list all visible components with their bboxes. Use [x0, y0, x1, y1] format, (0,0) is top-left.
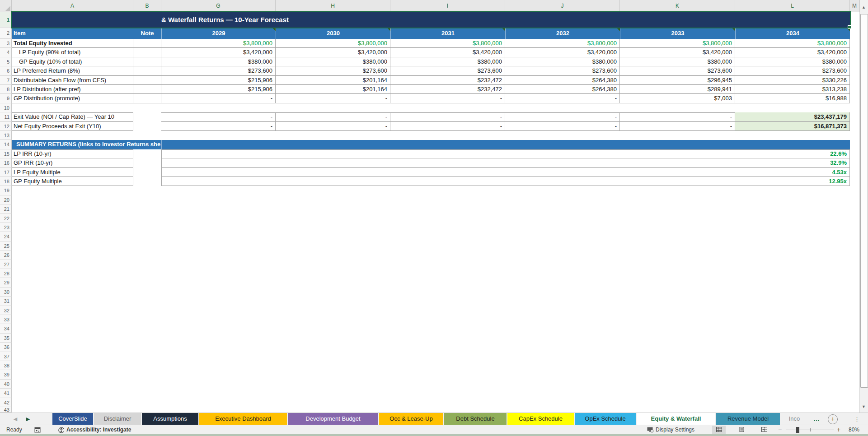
row-header-13[interactable]: 13 — [0, 131, 12, 140]
cell-G7[interactable]: $215,906 — [161, 76, 276, 85]
cell-G8[interactable]: $215,906 — [161, 85, 276, 94]
cell-A8[interactable]: LP Distribution (after pref) — [12, 85, 133, 94]
zoom-slider-thumb[interactable] — [796, 427, 799, 433]
cell-L15[interactable]: 22.6% — [161, 149, 850, 158]
cell-I11[interactable]: - — [390, 112, 505, 121]
row-header-41[interactable]: 41 — [0, 389, 12, 398]
row-header-42[interactable]: 42 — [0, 398, 12, 407]
cell-J5[interactable]: $380,000 — [505, 57, 620, 66]
row-header-26[interactable]: 26 — [0, 250, 12, 260]
row-header-10[interactable]: 10 — [0, 103, 12, 112]
sheet-tab-disclaimer[interactable]: Disclaimer — [94, 413, 141, 425]
cell-A5[interactable]: GP Equity (10% of total) — [12, 57, 133, 66]
cell-K12[interactable]: - — [620, 122, 735, 131]
new-sheet-button[interactable]: + — [828, 414, 838, 424]
cell-A12[interactable]: Net Equity Proceeds at Exit (Y10) — [12, 122, 133, 131]
cell-K3[interactable]: $3,800,000 — [620, 39, 735, 48]
row-header-21[interactable]: 21 — [0, 204, 12, 213]
cell-G5[interactable]: $380,000 — [161, 57, 276, 66]
row-header-27[interactable]: 27 — [0, 260, 12, 269]
cell-H8[interactable]: $201,164 — [276, 85, 390, 94]
cell-L6[interactable]: $273,600 — [735, 66, 850, 75]
sheet-tab-debt-schedule[interactable]: Debt Schedule — [444, 413, 507, 425]
column-header-L[interactable]: L — [735, 0, 850, 12]
header-year-2030[interactable]: 2030 — [276, 28, 390, 39]
cell-J8[interactable]: $264,380 — [505, 85, 620, 94]
row-header-22[interactable]: 22 — [0, 214, 12, 223]
cell-H5[interactable]: $380,000 — [276, 57, 390, 66]
cell-I5[interactable]: $380,000 — [390, 57, 505, 66]
column-header-A[interactable]: A — [12, 0, 133, 12]
cell-I9[interactable]: - — [390, 94, 505, 103]
cell-B8[interactable] — [133, 85, 161, 94]
sheet-tab-opex-schedule[interactable]: OpEx Schedule — [575, 413, 636, 425]
cell-K8[interactable]: $289,941 — [620, 85, 735, 94]
column-header-I[interactable]: I — [390, 0, 505, 12]
sheet-tab-inco[interactable]: Inco — [781, 413, 808, 425]
cell-H11[interactable]: - — [276, 112, 390, 121]
sheet-options-icon[interactable]: ⋮ — [854, 413, 860, 425]
cell-A3[interactable]: Total Equity Invested — [12, 39, 133, 48]
row-header-12[interactable]: 12 — [0, 122, 12, 131]
select-all-button[interactable] — [0, 0, 12, 12]
cell-H4[interactable]: $3,420,000 — [276, 48, 390, 57]
header-year-2032[interactable]: 2032 — [505, 28, 620, 39]
cell-L12[interactable]: $16,871,373 — [735, 122, 850, 131]
row-header-38[interactable]: 38 — [0, 361, 12, 370]
column-header-J[interactable]: J — [505, 0, 620, 12]
sheet-tab-executive-dashboard[interactable]: Executive Dashboard — [199, 413, 287, 425]
row-header-1[interactable]: 1 — [0, 12, 12, 28]
zoom-in-button[interactable]: + — [837, 425, 840, 434]
row-header-16[interactable]: 16 — [0, 158, 12, 167]
sheet-tab-equity-waterfall[interactable]: Equity & Waterfall — [637, 413, 715, 426]
row-header-4[interactable]: 4 — [0, 48, 12, 57]
zoom-level[interactable]: 80% — [849, 425, 859, 434]
row-header-8[interactable]: 8 — [0, 85, 12, 94]
header-year-2034[interactable]: 2034 — [735, 28, 850, 39]
row-header-30[interactable]: 30 — [0, 288, 12, 297]
row-header-35[interactable]: 35 — [0, 334, 12, 343]
row-header-28[interactable]: 28 — [0, 269, 12, 278]
cell-B5[interactable] — [133, 57, 161, 66]
cell-A15[interactable]: LP IRR (10-yr) — [12, 149, 133, 158]
cell-K5[interactable]: $380,000 — [620, 57, 735, 66]
row-header-37[interactable]: 37 — [0, 352, 12, 361]
cell-I6[interactable]: $273,600 — [390, 66, 505, 75]
cell-L7[interactable]: $330,226 — [735, 76, 850, 85]
cell-J7[interactable]: $264,380 — [505, 76, 620, 85]
tab-overflow-ellipsis[interactable]: … — [813, 413, 820, 425]
cell-A6[interactable]: LP Preferred Return (8%) — [12, 66, 133, 75]
cell-A9[interactable]: GP Distribution (promote) — [12, 94, 133, 103]
cell-K4[interactable]: $3,420,000 — [620, 48, 735, 57]
column-header-K[interactable]: K — [620, 0, 735, 12]
column-header-M[interactable]: M — [850, 0, 859, 12]
cell-A18[interactable]: GP Equity Multiple — [12, 177, 133, 186]
row-header-2[interactable]: 2 — [0, 28, 12, 39]
header-year-2029[interactable]: 2029 — [161, 28, 276, 39]
cell-K9[interactable]: $7,003 — [620, 94, 735, 103]
row-header-32[interactable]: 32 — [0, 306, 12, 315]
row-header-11[interactable]: 11 — [0, 112, 12, 121]
cell-L3[interactable]: $3,800,000 — [735, 39, 850, 48]
header-year-2033[interactable]: 2033 — [620, 28, 735, 39]
row-header-24[interactable]: 24 — [0, 232, 12, 241]
row-header-25[interactable]: 25 — [0, 241, 12, 250]
tab-scroll-right-icon[interactable]: ▶ — [23, 413, 33, 425]
normal-view-button[interactable] — [712, 426, 726, 434]
scroll-up-icon[interactable]: ▲ — [860, 1, 868, 13]
cell-G11[interactable]: - — [161, 112, 276, 121]
column-header-G[interactable]: G — [161, 0, 276, 12]
row-header-33[interactable]: 33 — [0, 315, 12, 324]
cell-K11[interactable]: - — [620, 112, 735, 121]
display-settings-label[interactable]: Display Settings — [656, 425, 694, 434]
scroll-down-icon[interactable]: ▼ — [860, 401, 868, 413]
row-header-7[interactable]: 7 — [0, 76, 12, 85]
row-header-39[interactable]: 39 — [0, 370, 12, 379]
cell-J4[interactable]: $3,420,000 — [505, 48, 620, 57]
cell-B3[interactable] — [133, 39, 161, 48]
row-header-14[interactable]: 14 — [0, 140, 12, 149]
selection-fill-handle[interactable] — [848, 25, 851, 29]
cell-B7[interactable] — [133, 76, 161, 85]
cell-A4[interactable]: LP Equity (90% of total) — [12, 48, 133, 57]
cell-A17[interactable]: LP Equity Multiple — [12, 168, 133, 177]
